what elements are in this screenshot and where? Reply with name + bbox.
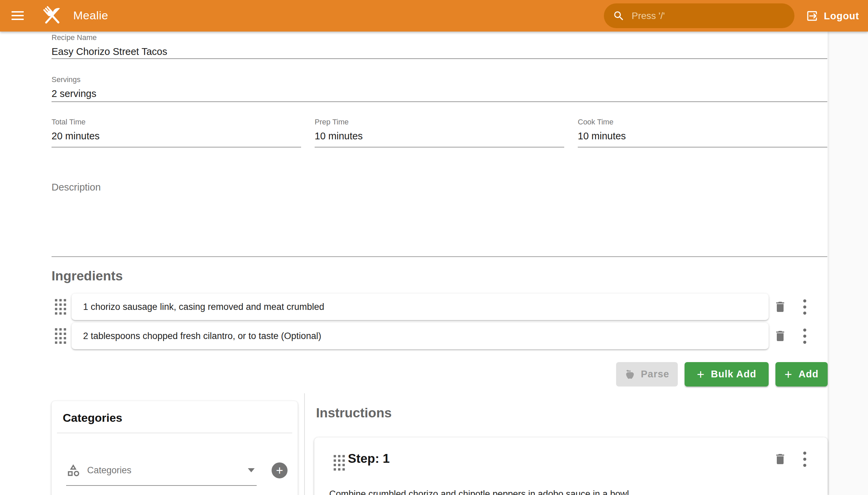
description-field[interactable]: Description <box>52 179 827 257</box>
categories-title: Categories <box>63 411 122 425</box>
recipe-name-input[interactable] <box>52 46 827 57</box>
description-label: Description <box>52 182 827 193</box>
delete-step-button[interactable] <box>772 451 788 467</box>
plus-icon: + <box>276 464 283 477</box>
step-title: Step: 1 <box>348 451 390 466</box>
chevron-down-icon <box>248 468 255 472</box>
instructions-heading: Instructions <box>316 406 392 421</box>
shapes-icon <box>66 463 80 477</box>
logout-label: Logout <box>824 11 859 22</box>
fork-knife-logo-icon[interactable] <box>40 3 64 28</box>
prep-time-field: Prep Time <box>314 118 564 148</box>
search-input[interactable] <box>631 10 775 22</box>
drag-handle-icon[interactable] <box>55 299 66 314</box>
ingredient-input-card <box>71 323 769 349</box>
total-time-field: Total Time <box>52 118 301 148</box>
categories-select[interactable]: Categories <box>66 455 257 486</box>
kebab-menu-icon <box>803 328 806 344</box>
servings-input[interactable] <box>52 88 827 99</box>
logout-icon <box>806 10 818 22</box>
prep-time-input[interactable] <box>314 131 564 142</box>
total-time-label: Total Time <box>52 118 301 126</box>
servings-label: Servings <box>52 75 827 84</box>
bulk-add-label: Bulk Add <box>711 369 756 380</box>
parse-label: Parse <box>641 369 669 380</box>
add-label: Add <box>799 369 818 380</box>
drag-handle-icon[interactable] <box>334 455 345 471</box>
logout-button[interactable]: Logout <box>806 7 859 24</box>
servings-field: Servings <box>52 75 827 102</box>
ingredient-input[interactable] <box>82 302 748 312</box>
add-ingredient-button[interactable]: + Add <box>776 362 828 387</box>
trash-icon <box>773 300 787 313</box>
total-time-input[interactable] <box>52 131 301 142</box>
plus-icon: + <box>697 368 704 381</box>
ingredient-menu-button[interactable] <box>797 328 813 344</box>
trash-icon <box>773 452 787 466</box>
categories-select-label: Categories <box>87 465 248 476</box>
ingredient-input-card <box>71 294 769 320</box>
delete-ingredient-button[interactable] <box>772 299 788 315</box>
parse-button[interactable]: Parse <box>616 362 678 387</box>
column-divider <box>304 393 305 495</box>
kebab-menu-icon <box>803 300 806 314</box>
ingredient-input[interactable] <box>82 330 748 342</box>
trash-icon <box>773 329 787 343</box>
apple-icon <box>625 369 635 380</box>
step-menu-button[interactable] <box>797 451 813 467</box>
drag-handle-icon[interactable] <box>55 328 66 344</box>
cook-time-label: Cook Time <box>578 118 827 126</box>
prep-time-label: Prep Time <box>314 118 564 126</box>
recipe-name-label: Recipe Name <box>52 33 827 42</box>
step-text[interactable]: Combine crumbled chorizo and chipotle pe… <box>329 488 811 495</box>
app-bar: Mealie Logout <box>0 0 868 32</box>
hamburger-menu-icon[interactable] <box>12 8 27 23</box>
search-icon <box>613 10 625 22</box>
ingredient-actions: Parse + Bulk Add + Add <box>52 362 828 387</box>
plus-icon: + <box>785 368 793 381</box>
ingredient-row <box>0 323 868 349</box>
cook-time-field: Cook Time <box>578 118 827 148</box>
search-box[interactable] <box>604 3 795 28</box>
instruction-step-card: Step: 1 Combine crumbled chorizo and chi… <box>314 437 828 495</box>
recipe-name-field: Recipe Name <box>52 33 827 59</box>
app-title: Mealie <box>73 9 108 22</box>
add-category-button[interactable]: + <box>272 462 288 478</box>
ingredients-heading: Ingredients <box>52 269 123 284</box>
cook-time-input[interactable] <box>578 131 827 142</box>
kebab-menu-icon <box>803 451 806 467</box>
mealie-recipe-editor-page: Mealie Logout Recipe Name Servings Total… <box>0 0 868 495</box>
categories-card: Categories Categories + <box>52 401 298 495</box>
bulk-add-button[interactable]: + Bulk Add <box>684 362 769 387</box>
ingredient-row <box>0 294 868 320</box>
divider <box>57 433 292 433</box>
delete-ingredient-button[interactable] <box>772 328 788 344</box>
ingredient-menu-button[interactable] <box>797 299 813 315</box>
